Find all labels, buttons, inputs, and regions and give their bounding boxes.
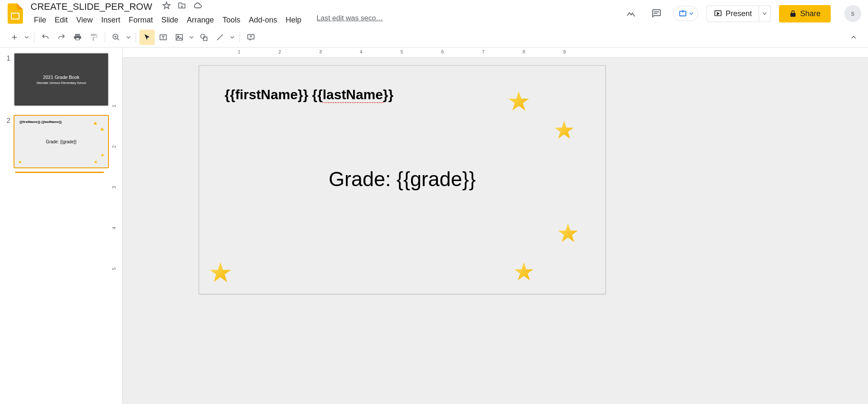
ruler-tick: 5 xyxy=(111,267,117,270)
thumb-title: 2021 Grade Book xyxy=(43,75,79,80)
present-button-group: Present xyxy=(707,6,771,22)
paint-format-button[interactable] xyxy=(86,30,101,45)
vertical-ruler[interactable]: 1 2 3 4 5 xyxy=(112,47,122,404)
thumb-grade: Grade: {{grade}} xyxy=(46,139,76,144)
slide-number: 1 xyxy=(3,53,14,106)
thumb-subtitle: Glendale Johnson Elementary School xyxy=(36,81,86,84)
svg-rect-1 xyxy=(12,14,19,19)
hide-menus-button[interactable] xyxy=(846,30,861,45)
cloud-icon[interactable] xyxy=(193,1,202,10)
redo-button[interactable] xyxy=(54,30,69,45)
menu-view[interactable]: View xyxy=(73,14,96,26)
ruler-tick: 2 xyxy=(278,49,281,54)
dropdown-icon xyxy=(689,11,693,16)
slide-thumbnail-1[interactable]: 2021 Grade Book Glendale Johnson Element… xyxy=(14,53,109,106)
new-slide-dropdown[interactable] xyxy=(23,30,31,45)
account-avatar[interactable]: s xyxy=(844,5,861,22)
slide-canvas[interactable]: {{firstName}} {{lastName}} Grade: {{grad… xyxy=(199,65,606,294)
present-dropdown[interactable] xyxy=(759,6,771,22)
present-button[interactable]: Present xyxy=(707,6,759,22)
print-button[interactable] xyxy=(70,30,85,45)
present-icon xyxy=(714,9,722,18)
dropdown-icon xyxy=(762,11,767,16)
menubar: File Edit View Insert Format Slide Arran… xyxy=(27,14,623,26)
ruler-tick: 3 xyxy=(319,49,322,54)
ruler-tick: 1 xyxy=(238,49,240,54)
star-icon[interactable] xyxy=(208,260,233,285)
document-title[interactable]: CREATE_SLIDE_PER_ROW xyxy=(27,0,156,13)
star-icon[interactable] xyxy=(556,221,580,245)
selection-indicator xyxy=(15,172,104,173)
star-icon[interactable] xyxy=(512,260,535,283)
title-area: CREATE_SLIDE_PER_ROW File Edit View Inse… xyxy=(27,1,623,26)
separator xyxy=(105,32,105,42)
menu-help[interactable]: Help xyxy=(282,14,305,26)
ruler-tick: 3 xyxy=(111,186,117,189)
separator xyxy=(239,32,240,42)
svg-point-10 xyxy=(201,34,205,38)
line-dropdown[interactable] xyxy=(228,30,236,45)
activity-icon[interactable] xyxy=(623,5,640,22)
menu-edit[interactable]: Edit xyxy=(51,14,71,26)
star-icon xyxy=(100,127,105,132)
undo-button[interactable] xyxy=(38,30,53,45)
ruler-tick: 7 xyxy=(482,49,484,54)
ruler-tick: 4 xyxy=(111,227,117,229)
move-icon[interactable] xyxy=(178,1,186,10)
line-tool[interactable] xyxy=(212,30,228,45)
zoom-dropdown[interactable] xyxy=(125,30,132,45)
slide-grade-text[interactable]: Grade: {{grade}} xyxy=(329,167,476,191)
separator xyxy=(34,32,34,42)
workspace: 1 2021 Grade Book Glendale Johnson Eleme… xyxy=(0,47,868,404)
canvas-main: 1 2 3 4 5 6 7 8 9 {{firstName}} {{lastNa… xyxy=(122,47,868,404)
shape-tool[interactable] xyxy=(196,30,211,45)
star-icon xyxy=(100,153,105,157)
app-header: CREATE_SLIDE_PER_ROW File Edit View Inse… xyxy=(0,0,868,27)
canvas-area: 1 2 3 4 5 1 2 3 4 5 6 7 8 9 {{firstName}… xyxy=(112,47,868,404)
menu-insert[interactable]: Insert xyxy=(98,14,124,26)
image-tool[interactable] xyxy=(172,30,187,45)
comment-tool[interactable] xyxy=(243,30,259,45)
ruler-tick: 4 xyxy=(360,49,362,54)
menu-slide[interactable]: Slide xyxy=(158,14,182,26)
slide-thumbnail-2[interactable]: {{firstName}} {{lastName}} Grade: {{grad… xyxy=(14,115,109,169)
menu-format[interactable]: Format xyxy=(125,14,156,26)
textbox-tool[interactable] xyxy=(156,30,171,45)
menu-addons[interactable]: Add-ons xyxy=(245,14,281,26)
svg-rect-8 xyxy=(176,34,183,40)
svg-rect-2 xyxy=(654,11,659,12)
slide-thumbnail-row: 1 2021 Grade Book Glendale Johnson Eleme… xyxy=(3,53,109,106)
new-slide-button[interactable] xyxy=(7,30,22,45)
svg-rect-11 xyxy=(203,37,207,40)
ruler-tick: 2 xyxy=(111,145,117,148)
toolbar xyxy=(0,27,868,47)
star-icon xyxy=(18,160,22,164)
slide-number: 2 xyxy=(3,115,14,169)
star-icon[interactable] xyxy=(506,89,531,114)
zoom-button[interactable] xyxy=(108,30,124,45)
comments-icon[interactable] xyxy=(648,5,665,22)
thumb-name: {{firstName}} {{lastName}} xyxy=(19,120,62,124)
slides-logo[interactable] xyxy=(7,5,24,22)
slideshow-button[interactable] xyxy=(673,6,698,21)
horizontal-ruler[interactable]: 1 2 3 4 5 6 7 8 9 xyxy=(122,47,868,58)
separator xyxy=(136,32,136,42)
lock-icon xyxy=(789,10,797,17)
ruler-tick: 1 xyxy=(111,105,117,107)
slide-title-text[interactable]: {{firstName}} {{lastName}} xyxy=(225,87,393,103)
star-icon[interactable] xyxy=(162,1,171,10)
ruler-tick: 9 xyxy=(563,49,566,54)
ruler-tick: 8 xyxy=(523,49,525,54)
filmstrip: 1 2021 Grade Book Glendale Johnson Eleme… xyxy=(0,47,112,404)
share-button[interactable]: Share xyxy=(779,5,831,22)
select-tool[interactable] xyxy=(139,30,155,45)
menu-arrange[interactable]: Arrange xyxy=(184,14,217,26)
image-dropdown[interactable] xyxy=(188,30,195,45)
slide-thumbnail-row: 2 {{firstName}} {{lastName}} Grade: {{gr… xyxy=(3,115,109,169)
ruler-tick: 5 xyxy=(401,49,403,54)
star-icon[interactable] xyxy=(553,119,576,142)
ruler-tick: 6 xyxy=(441,49,444,54)
menu-tools[interactable]: Tools xyxy=(219,14,244,26)
menu-file[interactable]: File xyxy=(31,14,50,26)
last-edit-text[interactable]: Last edit was seco… xyxy=(317,14,383,26)
